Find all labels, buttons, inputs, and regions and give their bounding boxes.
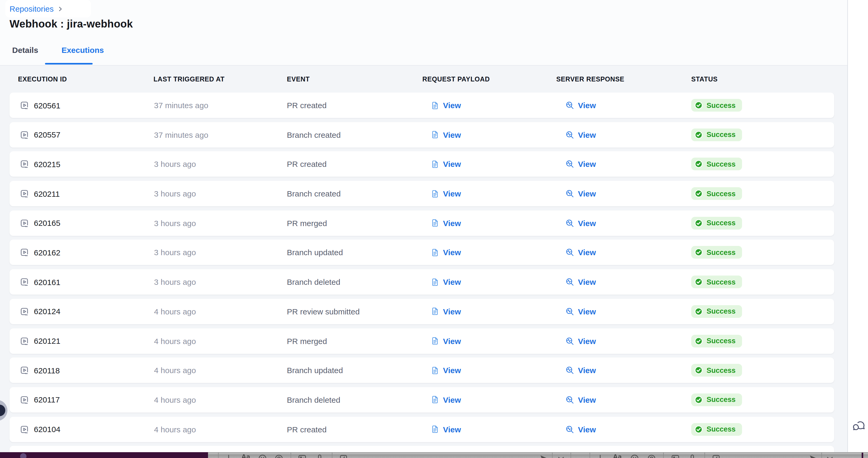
document-icon — [431, 189, 439, 198]
col-header-last-triggered-at: LAST TRIGGERED AT — [154, 75, 225, 83]
toolbar-divider — [822, 453, 822, 458]
status-label: Success — [707, 249, 736, 257]
mention-icon[interactable] — [647, 454, 656, 458]
status-label: Success — [707, 219, 736, 227]
background-composer-toolbar: AaAa — [208, 452, 868, 458]
server-response-view-link[interactable]: View — [565, 336, 596, 345]
plus-icon[interactable] — [224, 454, 234, 458]
request-payload-view-link[interactable]: View — [431, 277, 461, 286]
execution-icon — [20, 189, 29, 198]
server-response-view-link[interactable]: View — [565, 395, 596, 404]
view-label: View — [578, 366, 596, 375]
execution-id-cell: 620121 — [20, 336, 60, 346]
status-label: Success — [707, 278, 736, 286]
text-format-icon[interactable]: Aa — [241, 453, 250, 458]
toolbar-divider — [570, 453, 571, 458]
status-badge: Success — [691, 334, 742, 347]
chat-bubbles-icon[interactable] — [852, 419, 866, 433]
table-row: 620104 4 hours ago PR created View — [9, 417, 834, 442]
last-triggered-cell: 3 hours ago — [154, 189, 196, 198]
document-icon — [431, 219, 439, 227]
server-response-cell: View — [565, 366, 596, 375]
status-badge: Success — [691, 246, 742, 259]
view-label: View — [443, 277, 461, 286]
request-payload-cell: View — [431, 425, 461, 434]
breadcrumb-link-repositories[interactable]: Repositories — [9, 4, 54, 13]
execution-id-cell: 620165 — [20, 219, 60, 228]
request-payload-view-link[interactable]: View — [431, 395, 461, 404]
server-response-view-link[interactable]: View — [565, 160, 596, 169]
execution-id-cell: 620124 — [20, 307, 60, 316]
server-response-view-link[interactable]: View — [565, 101, 596, 110]
status-cell: Success — [691, 246, 742, 259]
tab-executions[interactable]: Executions — [61, 45, 104, 55]
mention-icon[interactable] — [274, 454, 284, 458]
status-cell: Success — [691, 158, 742, 170]
table-body: 620561 37 minutes ago PR created View — [0, 93, 847, 442]
table-row: 620161 3 hours ago Branch deleted View — [9, 269, 834, 295]
server-response-view-link[interactable]: View — [565, 248, 596, 257]
inspect-response-icon — [565, 395, 574, 404]
request-payload-view-link[interactable]: View — [431, 248, 461, 257]
execution-icon — [20, 100, 29, 110]
server-response-cell: View — [565, 307, 596, 316]
server-response-view-link[interactable]: View — [565, 189, 596, 198]
event-cell: PR created — [287, 425, 327, 434]
table-row: 620557 37 minutes ago Branch created Vie… — [9, 122, 834, 147]
request-payload-view-link[interactable]: View — [431, 101, 461, 110]
mic-icon[interactable] — [315, 454, 324, 458]
status-badge: Success — [691, 364, 742, 377]
image-icon[interactable] — [671, 454, 680, 458]
chevron-down-icon[interactable] — [556, 454, 566, 458]
emoji-icon[interactable] — [258, 454, 267, 458]
image-icon[interactable] — [298, 454, 307, 458]
check-circle-icon — [694, 425, 703, 433]
server-response-view-link[interactable]: View — [565, 366, 596, 375]
last-triggered-cell: 3 hours ago — [154, 160, 196, 169]
request-payload-view-link[interactable]: View — [431, 336, 461, 345]
server-response-view-link[interactable]: View — [565, 307, 596, 316]
execution-icon — [20, 365, 29, 375]
execution-id-value: 620161 — [34, 277, 60, 286]
server-response-view-link[interactable]: View — [565, 425, 596, 434]
emoji-icon[interactable] — [630, 454, 639, 458]
event-cell: PR merged — [287, 336, 327, 345]
view-label: View — [443, 219, 461, 228]
inspect-response-icon — [565, 277, 574, 286]
view-label: View — [443, 336, 461, 345]
server-response-cell: View — [565, 395, 596, 404]
col-header-request-payload: REQUEST PAYLOAD — [422, 75, 490, 83]
server-response-view-link[interactable]: View — [565, 277, 596, 286]
request-payload-cell: View — [431, 395, 461, 404]
status-label: Success — [707, 160, 736, 168]
send-icon[interactable] — [809, 454, 818, 458]
request-payload-view-link[interactable]: View — [431, 219, 461, 228]
server-response-view-link[interactable]: View — [565, 130, 596, 139]
table-row: 620215 3 hours ago PR created View — [9, 152, 834, 177]
send-icon[interactable] — [539, 454, 549, 458]
text-format-icon[interactable]: Aa — [613, 453, 622, 458]
execution-id-cell: 620557 — [20, 130, 60, 139]
view-label: View — [443, 425, 461, 434]
page: Repositories Webhook : jira-webhook Deta… — [0, 0, 868, 458]
request-payload-view-link[interactable]: View — [431, 425, 461, 434]
status-badge: Success — [691, 305, 742, 318]
server-response-view-link[interactable]: View — [565, 219, 596, 228]
plus-icon[interactable] — [595, 454, 605, 458]
server-response-cell: View — [565, 160, 596, 169]
request-payload-view-link[interactable]: View — [431, 366, 461, 375]
request-payload-view-link[interactable]: View — [431, 307, 461, 316]
toolbar-divider — [705, 453, 705, 458]
request-payload-view-link[interactable]: View — [431, 130, 461, 139]
shortcut-icon[interactable] — [711, 454, 721, 458]
request-payload-view-link[interactable]: View — [431, 189, 461, 198]
request-payload-view-link[interactable]: View — [431, 160, 461, 169]
status-cell: Success — [691, 305, 742, 318]
tab-details[interactable]: Details — [12, 45, 38, 55]
shortcut-icon[interactable] — [339, 454, 348, 458]
execution-id-cell: 620211 — [20, 189, 60, 198]
status-cell: Success — [691, 128, 742, 141]
chevron-down-icon[interactable] — [825, 454, 835, 458]
request-payload-cell: View — [431, 189, 461, 198]
mic-icon[interactable] — [687, 454, 697, 458]
